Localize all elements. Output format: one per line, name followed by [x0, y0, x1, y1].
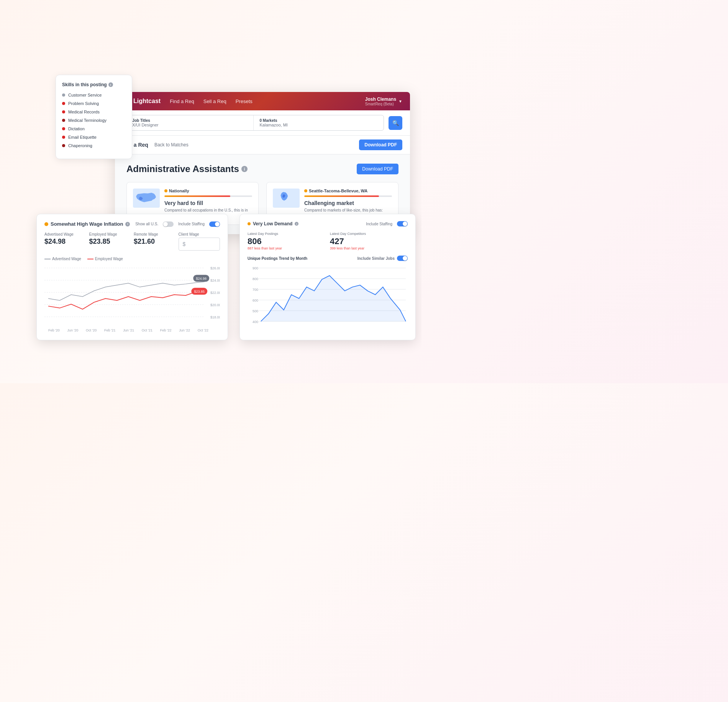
skill-label: Chaperoning	[68, 143, 92, 148]
legend-line	[44, 259, 51, 259]
skills-card-title-text: Skills in this posting	[62, 82, 107, 87]
include-staffing-label: Include Staffing	[178, 222, 205, 226]
skill-item-problem-solving: Problem Solving	[62, 101, 126, 106]
skill-dot	[62, 102, 65, 105]
svg-text:$24.00: $24.00	[210, 279, 220, 282]
legend-label: Employed Wage	[95, 257, 123, 261]
client-wage-input[interactable]: $	[179, 238, 220, 251]
legend-employed-wage: Employed Wage	[87, 257, 123, 261]
job-titles-segment[interactable]: 0 Job Titles UX/UI Designer	[123, 115, 254, 130]
chart-legend: Advertised Wage Employed Wage	[44, 257, 220, 261]
skill-item-medical-records: Medical Records	[62, 110, 126, 114]
demand-stats: Latest Day Postings 806 887 less than la…	[248, 232, 408, 250]
svg-text:600: 600	[253, 299, 258, 302]
svg-text:$24.98: $24.98	[196, 277, 207, 280]
demand-chart-title-row: Unique Postings Trend by Month Include S…	[248, 256, 408, 261]
user-sub: SmartReq (Beta)	[365, 102, 396, 106]
chevron-down-icon: ▼	[398, 99, 402, 103]
svg-text:$18.00: $18.00	[210, 315, 220, 319]
svg-text:500: 500	[253, 309, 258, 313]
remote-wage-item: Remote Wage $21.60	[134, 232, 175, 251]
include-similar-controls: Include Similar Jobs	[357, 256, 408, 261]
nav-presets[interactable]: Presets	[236, 98, 253, 104]
markets-segment[interactable]: 0 Markets Kalamazoo, MI	[254, 115, 384, 130]
wage-header: Somewhat High Wage Inflation i Show all …	[44, 221, 220, 227]
back-to-matches-link[interactable]: Back to Matches	[154, 142, 189, 148]
x-label: Feb '21	[104, 328, 116, 332]
demand-header: Very Low Demand i Include Staffing	[248, 221, 408, 226]
svg-marker-26	[261, 276, 406, 321]
market-status: Very hard to fill	[164, 200, 252, 206]
download-pdf-button[interactable]: Download PDF	[359, 139, 402, 150]
skill-dot	[62, 119, 65, 122]
page-title-text: Administrative Assistants	[126, 164, 239, 174]
skill-dot	[62, 110, 65, 113]
market-badge-label: Nationally	[169, 189, 189, 193]
advertised-wage-value: $24.98	[44, 238, 86, 246]
skill-dot	[62, 127, 65, 130]
market-status: Challenging market	[304, 200, 392, 206]
nav-find-req[interactable]: Find a Req	[170, 98, 194, 104]
client-wage-placeholder: $	[183, 241, 186, 247]
markets-label: 0 Markets	[260, 118, 378, 123]
employed-wage-value: $23.85	[89, 238, 131, 246]
skill-item-customer-service: Customer Service	[62, 93, 126, 97]
x-label: Feb '22	[160, 328, 172, 332]
svg-text:$26.00: $26.00	[210, 266, 220, 270]
skill-item-medical-terminology: Medical Terminology	[62, 118, 126, 123]
toggle-thumb	[403, 221, 407, 226]
nav-left: ⚡ Lightcast Find a Req Sell a Req Preset…	[123, 97, 253, 105]
svg-text:800: 800	[253, 277, 258, 281]
job-titles-value: UX/UI Designer	[129, 123, 247, 127]
legend-advertised-wage: Advertised Wage	[44, 257, 81, 261]
content-download-button[interactable]: Download PDF	[357, 164, 398, 174]
page-title: Administrative Assistants i	[126, 164, 248, 174]
svg-text:700: 700	[253, 288, 258, 292]
include-staffing-label: Include Staffing	[366, 222, 392, 226]
skill-dot	[62, 93, 65, 97]
wage-values: Advertised Wage $24.98 Employed Wage $23…	[44, 232, 220, 251]
legend-line	[87, 259, 93, 259]
x-label: Oct '21	[142, 328, 152, 332]
job-titles-label: 0 Job Titles	[129, 118, 247, 123]
sub-nav-left: Sell a Req Back to Matches	[123, 142, 189, 148]
demand-chart-title-text: Unique Postings Trend by Month	[248, 256, 307, 261]
demand-chart-svg: 900 800 700 600 500 400	[248, 264, 408, 325]
competitors-value: 427	[330, 236, 408, 246]
nav-sell-req[interactable]: Sell a Req	[203, 98, 226, 104]
skill-dot	[62, 136, 65, 139]
competitors-label: Latest Day Competitors	[330, 232, 408, 236]
wage-chart-svg: $24.98 $23.85 $26.00 $24.00 $22.00 $20.0…	[44, 264, 220, 325]
include-staffing-toggle[interactable]	[397, 221, 408, 226]
wage-title: Somewhat High Wage Inflation i	[44, 221, 130, 227]
chart-x-labels: Feb '20 Jun '20 Oct '20 Feb '21 Jun '21 …	[44, 327, 220, 332]
client-wage-label: Client Wage	[179, 232, 220, 236]
x-label: Oct '20	[86, 328, 97, 332]
competitors-stat: Latest Day Competitors 427 399 less than…	[330, 232, 408, 250]
wage-inflation-card: Somewhat High Wage Inflation i Show all …	[36, 214, 228, 340]
demand-controls: Include Staffing	[366, 221, 408, 226]
search-button[interactable]: 🔍	[389, 116, 402, 130]
include-similar-label: Include Similar Jobs	[357, 256, 395, 261]
show-all-us-toggle[interactable]	[163, 221, 174, 227]
demand-title: Very Low Demand i	[248, 221, 298, 226]
market-badge-label: Seattle-Tacoma-Bellevue, WA	[309, 189, 367, 193]
skill-label: Medical Records	[68, 110, 100, 114]
svg-text:$22.00: $22.00	[210, 291, 220, 295]
wage-info-icon: i	[125, 222, 130, 226]
user-name: Josh Clemans	[365, 97, 396, 102]
demand-card: Very Low Demand i Include Staffing Lates…	[239, 214, 416, 340]
skill-label: Email Etiquette	[68, 135, 97, 139]
page-title-info-icon: i	[241, 166, 248, 172]
skill-label: Customer Service	[68, 93, 102, 97]
lightcast-window: ⚡ Lightcast Find a Req Sell a Req Preset…	[115, 92, 410, 234]
progress-bar	[164, 195, 252, 197]
demand-title-dot	[248, 222, 251, 225]
wage-chart-area: $24.98 $23.85 $26.00 $24.00 $22.00 $20.0…	[44, 264, 220, 333]
include-staffing-toggle[interactable]	[209, 221, 220, 227]
skill-item-chaperoning: Chaperoning	[62, 143, 126, 148]
include-similar-toggle[interactable]	[397, 256, 408, 261]
usa-map-thumbnail	[133, 189, 160, 208]
user-info: Josh Clemans SmartReq (Beta)	[365, 97, 396, 106]
progress-bar-fill	[304, 195, 379, 197]
